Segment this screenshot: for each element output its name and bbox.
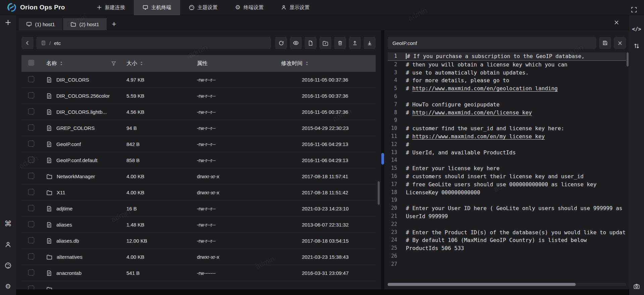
code-line[interactable]: 19	[388, 196, 626, 204]
code-line[interactable]: 9	[388, 116, 626, 125]
file-name[interactable]: X11	[57, 190, 65, 195]
command-shortcuts-button[interactable]: ⌘	[3, 218, 13, 229]
delete-button[interactable]	[334, 37, 346, 49]
add-connection-button[interactable]	[3, 17, 13, 28]
panel-splitter[interactable]	[381, 30, 384, 289]
close-panel-button[interactable]	[614, 19, 621, 26]
new-folder-button[interactable]	[319, 37, 331, 49]
new-tab-button[interactable]: +	[107, 18, 121, 30]
table-row[interactable]: alternatives4.00 KBdrwxr-xr-x2021-03-23 …	[21, 249, 376, 265]
code-line[interactable]: 20# Enter your User ID here ( GeoLite on…	[388, 204, 626, 212]
table-row[interactable]: aliases1.48 KB-rw-r--r--2013-06-07 22:31…	[21, 217, 376, 233]
table-row[interactable]: anacrontab541 B-rw-------2016-03-31 23:0…	[21, 265, 376, 281]
code-line[interactable]: 15# Enter your license key here	[388, 164, 626, 173]
column-header-mtime[interactable]: 修改时间	[281, 60, 303, 67]
file-name[interactable]: DIR_COLORS.lightb...	[56, 109, 107, 115]
link-text[interactable]: http://www.maxmind.com/en/license_key	[412, 109, 532, 116]
new-file-button[interactable]	[305, 37, 317, 49]
code-line[interactable]: 22	[388, 220, 626, 229]
settings-button[interactable]: ⚙	[3, 281, 13, 292]
table-row[interactable]	[21, 281, 376, 289]
row-checkbox[interactable]	[28, 269, 34, 276]
table-row[interactable]: GREP_COLORS94 B-rw-r--r--2015-04-29 22:3…	[21, 120, 376, 136]
code-line[interactable]: 2# then you will obtain a license key wh…	[388, 61, 626, 69]
sort-order-button[interactable]	[631, 41, 642, 51]
table-row[interactable]: DIR_COLORS4.97 KB-rw-r--r--2016-11-05 00…	[21, 72, 376, 88]
code-line[interactable]: 7# HowTo configure geoipupdate	[388, 101, 626, 109]
file-name[interactable]: GeoIP.conf.default	[56, 157, 97, 163]
row-checkbox[interactable]	[28, 221, 34, 227]
download-button[interactable]	[364, 37, 376, 49]
code-line[interactable]: 24# By default 106 (MaxMind GeoIP Countr…	[388, 236, 626, 244]
table-row[interactable]: DIR_COLORS.256color5.59 KB-rw-r--r--2016…	[21, 88, 376, 104]
code-line[interactable]: 13# UserId, and available ProductIds	[388, 149, 626, 157]
row-checkbox[interactable]	[28, 189, 34, 195]
code-line[interactable]: 25ProductIds 506 533	[388, 244, 626, 252]
row-checkbox[interactable]	[28, 108, 34, 114]
sort-carets-icon[interactable]	[140, 61, 143, 66]
menu-new-connection[interactable]: 新建连接	[88, 0, 134, 15]
code-line[interactable]: 26	[388, 252, 626, 260]
code-line[interactable]: 11# https://www.maxmind.com/en/my_licens…	[388, 133, 626, 141]
theme-button[interactable]	[3, 260, 13, 271]
table-row[interactable]: DIR_COLORS.lightb...4.56 KB-rw-r--r--201…	[21, 104, 376, 120]
code-line[interactable]: 8# http://www.maxmind.com/en/license_key	[388, 109, 626, 117]
code-line[interactable]: 4# for more details, please go to	[388, 77, 626, 85]
code-line[interactable]: 17# free GeoLite users should use 000000…	[388, 181, 626, 189]
table-row[interactable]: aliases.db12.00 KB-rw-r--r--2017-08-18 0…	[21, 233, 376, 249]
file-name[interactable]: aliases.db	[56, 238, 79, 244]
menu-host-terminal[interactable]: 主机终端	[134, 0, 180, 15]
row-checkbox[interactable]	[28, 157, 34, 163]
menu-terminal-settings[interactable]: ⚙ 终端设置	[226, 0, 272, 15]
code-line[interactable]: 18LicenseKey 000000000000	[388, 189, 626, 197]
link-text[interactable]: https://www.maxmind.com/en/my_license_ke…	[412, 133, 545, 140]
refresh-button[interactable]	[275, 37, 287, 49]
preview-button[interactable]	[290, 37, 302, 49]
table-row[interactable]: GeoIP.conf.default858 B-rw-r--r--2016-11…	[21, 152, 376, 168]
users-button[interactable]	[3, 239, 13, 250]
file-list-scrollbar[interactable]	[378, 181, 380, 205]
row-checkbox[interactable]	[28, 237, 34, 243]
filename-input[interactable]: GeoIP.conf	[388, 37, 596, 49]
file-name[interactable]: alternatives	[57, 254, 83, 260]
code-line[interactable]: 23# Enter the Product ID(s) of the datab…	[388, 229, 626, 237]
save-button[interactable]	[599, 37, 611, 49]
upload-button[interactable]	[349, 37, 361, 49]
editor-horizontal-scrollbar[interactable]	[388, 283, 626, 286]
row-checkbox[interactable]	[28, 253, 34, 259]
code-editor[interactable]: 1# If you purchase a subscription to the…	[388, 52, 626, 284]
table-row[interactable]: X114.00 KBdrwxr-xr-x2017-08-18 11:51:42	[21, 185, 376, 201]
screenshot-button[interactable]	[631, 281, 642, 292]
file-name[interactable]: DIR_COLORS.256color	[56, 93, 110, 99]
close-editor-button[interactable]	[614, 37, 626, 49]
code-line[interactable]: 21UserId 999999	[388, 212, 626, 220]
column-header-name[interactable]: 名称	[46, 60, 57, 67]
row-checkbox[interactable]	[28, 92, 34, 98]
splitter-grip[interactable]	[381, 153, 384, 164]
row-checkbox[interactable]	[28, 173, 34, 179]
row-checkbox[interactable]	[28, 76, 34, 82]
table-row[interactable]: NetworkManager4.00 KBdrwxr-xr-x2017-08-1…	[21, 168, 376, 185]
column-header-size[interactable]: 大小	[126, 60, 137, 67]
table-row[interactable]: GeoIP.conf842 B-rw-r--r--2016-11-06 04:2…	[21, 136, 376, 152]
code-line[interactable]: 10# customer find the user_id and licens…	[388, 125, 626, 133]
code-line[interactable]: 3# use to automatically obtain updates.	[388, 69, 626, 77]
file-name[interactable]: GREP_COLORS	[56, 125, 95, 131]
code-line[interactable]: 16# customers should insert their licens…	[388, 173, 626, 181]
file-name[interactable]: aliases	[56, 222, 72, 228]
code-line[interactable]: 14	[388, 156, 626, 164]
code-line[interactable]: 6	[388, 93, 626, 101]
code-line[interactable]: 5# http://www.maxmind.com/en/geolocation…	[388, 85, 626, 93]
file-name[interactable]: DIR_COLORS	[56, 77, 89, 83]
tab-host1-terminal[interactable]: (1) host1	[19, 18, 62, 30]
file-name[interactable]: NetworkManager	[57, 174, 95, 179]
menu-display-settings[interactable]: 显示设置	[272, 0, 318, 15]
row-checkbox[interactable]	[28, 125, 34, 131]
path-breadcrumb[interactable]: / etc	[36, 37, 271, 49]
filter-funnel-icon[interactable]	[111, 61, 116, 66]
file-name[interactable]: anacrontab	[56, 270, 82, 276]
menu-theme-settings[interactable]: 主题设置	[180, 0, 226, 15]
file-name[interactable]: adjtime	[56, 206, 72, 211]
link-text[interactable]: http://www.maxmind.com/en/geolocation_la…	[412, 85, 557, 92]
code-line[interactable]: 12#	[388, 141, 626, 149]
